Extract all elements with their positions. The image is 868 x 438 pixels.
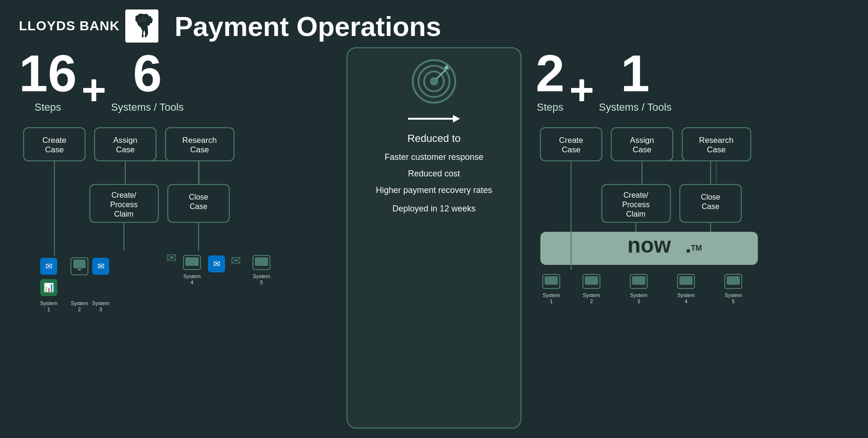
svg-text:Process: Process [622, 201, 650, 209]
left-stats-row: 16 Steps + 6 Systems / Tools [19, 47, 332, 114]
svg-text:Research: Research [699, 136, 734, 145]
svg-text:Create: Create [559, 136, 583, 145]
svg-text:TM: TM [691, 244, 702, 252]
svg-rect-48 [255, 257, 268, 266]
svg-text:✉: ✉ [231, 254, 241, 268]
svg-text:4: 4 [685, 298, 687, 304]
svg-rect-99 [679, 276, 693, 285]
svg-text:Case: Case [702, 202, 719, 210]
svg-text:✉: ✉ [213, 259, 220, 269]
target-icon [410, 58, 458, 107]
svg-text:System: System [583, 292, 600, 298]
svg-rect-31 [73, 260, 86, 268]
svg-rect-95 [632, 276, 645, 285]
svg-text:Case: Case [633, 145, 651, 154]
svg-text:Process: Process [110, 201, 138, 209]
benefit2-text: Reduced cost [408, 169, 460, 179]
svg-text:2: 2 [590, 298, 593, 304]
arrow-right-icon [406, 112, 462, 128]
svg-text:System: System [40, 300, 58, 306]
svg-text:System: System [543, 292, 560, 298]
right-arrow [406, 112, 462, 126]
left-panel: 16 Steps + 6 Systems / Tools Create Case [19, 47, 337, 429]
right-diagram: Create Case Assign Case Research Case Cr… [536, 123, 849, 429]
svg-text:Case: Case [562, 145, 581, 154]
left-tools-label: Systems / Tools [111, 101, 184, 114]
svg-text:now: now [627, 233, 671, 257]
svg-text:System: System [253, 273, 270, 279]
svg-text:Claim: Claim [626, 210, 646, 218]
svg-text:Create/: Create/ [112, 191, 137, 199]
svg-text:4: 4 [191, 280, 193, 285]
svg-rect-91 [585, 276, 598, 285]
benefit1-text: Faster customer response [384, 151, 483, 163]
right-plus: + [569, 69, 594, 114]
svg-rect-87 [545, 276, 558, 285]
deployed-text: Deployed in 12 weeks [392, 204, 476, 214]
svg-text:Case: Case [45, 145, 64, 154]
svg-text:5: 5 [260, 280, 263, 285]
right-steps-number: 2 [536, 47, 564, 99]
svg-text:✉: ✉ [45, 262, 52, 271]
svg-text:System: System [677, 292, 695, 298]
right-stats-row: 2 Steps + 1 Systems / Tools [536, 47, 849, 114]
svg-text:3: 3 [637, 298, 640, 304]
right-process-diagram: Create Case Assign Case Research Case Cr… [536, 123, 810, 322]
svg-text:Case: Case [190, 202, 207, 210]
right-panel: 2 Steps + 1 Systems / Tools Create Case [531, 47, 849, 429]
header: LLOYDS BANK Payment Operations [19, 9, 849, 43]
svg-text:System: System [183, 273, 201, 279]
svg-text:Research: Research [182, 136, 217, 145]
page-title: Payment Operations [174, 10, 441, 42]
page: LLOYDS BANK Payment Operations 16 Steps [0, 0, 868, 438]
right-steps-label: Steps [537, 101, 563, 114]
svg-text:3: 3 [99, 307, 102, 312]
svg-text:Case: Case [190, 145, 209, 154]
left-steps-number: 16 [19, 47, 77, 99]
svg-text:Case: Case [116, 145, 135, 154]
svg-text:Assign: Assign [630, 136, 654, 145]
svg-text:1: 1 [550, 298, 553, 304]
left-plus: + [81, 69, 106, 114]
center-panel: Reduced to Faster customer response Redu… [347, 47, 521, 429]
reduced-to-text: Reduced to [408, 132, 461, 145]
svg-text:1: 1 [47, 307, 50, 312]
svg-text:Create: Create [42, 136, 66, 145]
svg-text:System: System [725, 292, 742, 298]
svg-text:System: System [71, 300, 88, 306]
benefit3-text: Higher payment recovery rates [376, 184, 492, 196]
svg-text:.: . [686, 233, 692, 257]
bank-name: LLOYDS BANK [19, 18, 120, 34]
svg-text:Create/: Create/ [624, 191, 649, 199]
svg-text:System: System [92, 300, 110, 306]
right-tools-number: 1 [621, 47, 650, 99]
svg-rect-32 [78, 269, 81, 271]
svg-text:5: 5 [732, 298, 735, 304]
svg-text:✉: ✉ [166, 251, 177, 265]
svg-text:Claim: Claim [114, 210, 134, 218]
svg-text:Case: Case [707, 145, 726, 154]
svg-rect-41 [185, 257, 199, 266]
svg-text:Close: Close [701, 193, 720, 201]
svg-text:Close: Close [189, 193, 208, 201]
svg-text:✉: ✉ [97, 262, 104, 271]
lloyds-logo-area: LLOYDS BANK [19, 9, 158, 43]
left-tools-number: 6 [133, 47, 162, 99]
svg-text:System: System [630, 292, 648, 298]
right-steps-block: 2 Steps [536, 47, 564, 114]
left-tools-block: 6 Systems / Tools [111, 47, 184, 114]
horse-icon [130, 12, 154, 40]
svg-marker-58 [453, 115, 460, 123]
svg-rect-103 [727, 276, 740, 285]
left-steps-block: 16 Steps [19, 47, 77, 114]
left-diagram: Create Case Assign Case Research Case Cr… [19, 123, 332, 429]
lloyds-horse-logo [125, 9, 158, 43]
svg-text:📊: 📊 [43, 282, 54, 293]
right-tools-block: 1 Systems / Tools [599, 47, 672, 114]
svg-text:2: 2 [78, 307, 81, 312]
svg-line-55 [436, 68, 447, 79]
left-process-diagram: Create Case Assign Case Research Case Cr… [19, 123, 293, 312]
bullseye-icon [410, 58, 458, 105]
right-tools-label: Systems / Tools [599, 101, 672, 114]
left-steps-label: Steps [35, 101, 61, 114]
